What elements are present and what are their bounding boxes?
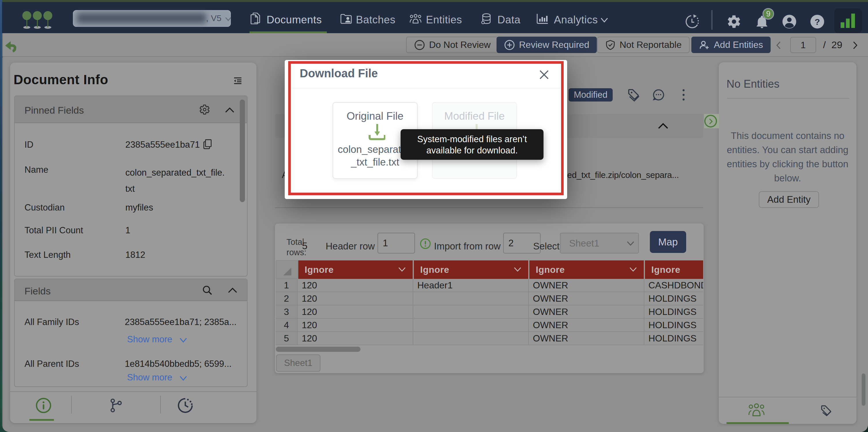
svg-text:?: ?	[815, 17, 820, 27]
